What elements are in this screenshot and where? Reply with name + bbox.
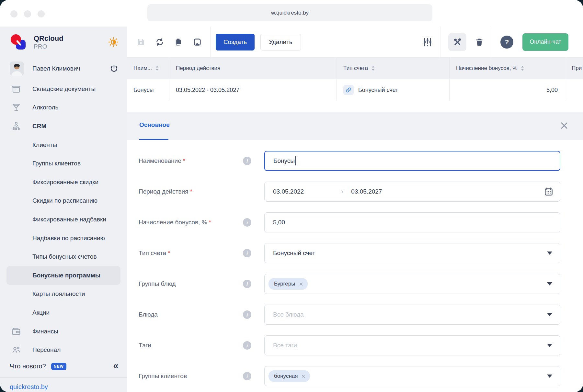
copy-icon[interactable]	[174, 38, 183, 47]
sidebar-item-fixed-discounts[interactable]: Фиксированные скидки	[0, 173, 127, 192]
brightness-icon[interactable]	[108, 37, 119, 47]
dishes-select[interactable]: Все блюда	[264, 305, 560, 325]
browser-chrome: w.quickresto.by	[0, 0, 583, 27]
chip-client-group: бонусная	[269, 370, 310, 382]
window-minimize-button[interactable]	[24, 10, 31, 17]
user-row[interactable]: Павел Климович	[0, 58, 127, 80]
column-header-period[interactable]: Период действия	[169, 58, 337, 79]
sidebar-item-client-groups[interactable]: Группы клиентов	[0, 154, 127, 173]
text-cursor	[295, 156, 296, 165]
refresh-icon[interactable]	[155, 38, 164, 47]
client-groups-select[interactable]: бонусная	[264, 366, 560, 386]
sidebar-item-fixed-surcharges[interactable]: Фиксированные надбавки	[0, 210, 127, 229]
sidebar-item-promos[interactable]: Акции	[0, 303, 127, 322]
save-icon[interactable]	[136, 38, 145, 47]
sidebar-item-crm[interactable]: CRM	[0, 117, 127, 136]
calendar-icon[interactable]	[544, 187, 554, 196]
period-range-input[interactable]: 03.05.2022 › 03.05.2027	[264, 182, 560, 202]
remove-chip-icon[interactable]	[299, 282, 303, 286]
form-row-client-groups: Группы клиентов i бонусная	[127, 366, 583, 386]
logo-subtitle: PRO	[34, 43, 63, 50]
collapse-sidebar-icon[interactable]: «	[113, 361, 119, 370]
logout-power-icon[interactable]	[109, 64, 119, 73]
period-start-value[interactable]: 03.05.2022	[273, 188, 341, 195]
address-bar[interactable]: w.quickresto.by	[147, 4, 432, 21]
online-chat-button[interactable]: Онлайн-чат	[522, 33, 568, 51]
delete-button[interactable]: Удалить	[260, 34, 301, 50]
info-icon[interactable]: i	[243, 341, 251, 350]
sidebar-item-label: Персонал	[32, 346, 61, 353]
required-mark: *	[190, 188, 192, 195]
help-button[interactable]: ?	[500, 36, 513, 49]
info-icon[interactable]: i	[243, 157, 251, 165]
name-input[interactable]: Бонусы	[264, 151, 560, 171]
sidebar-item-warehouse-docs[interactable]: Складские документы	[0, 80, 127, 98]
sidebar-item-alcohol[interactable]: Алкоголь	[0, 98, 127, 117]
cell-truncated	[565, 79, 583, 101]
tags-select[interactable]: Все тэги	[264, 335, 560, 355]
required-mark: *	[183, 157, 185, 164]
whats-new-link[interactable]: Что нового? NEW «	[0, 359, 127, 374]
range-separator-icon: ›	[341, 187, 343, 196]
sidebar-item-loyalty-cards[interactable]: Карты лояльности	[0, 285, 127, 304]
logo-row: QRcloud PRO	[0, 27, 127, 58]
tools-button-active[interactable]	[448, 33, 466, 51]
finance-icon	[11, 326, 21, 337]
sort-icon[interactable]	[155, 65, 159, 71]
account-type-select[interactable]: Бонусный счет	[264, 243, 560, 263]
sidebar-item-bonus-account-types[interactable]: Типы бонусных счетов	[0, 247, 127, 266]
filter-sliders-icon[interactable]	[423, 37, 432, 47]
sidebar-item-label: Бонусные программы	[32, 272, 100, 279]
sidebar-item-finance[interactable]: Финансы	[0, 322, 127, 341]
sort-icon[interactable]	[371, 65, 375, 71]
field-label: Группы клиентов	[127, 373, 231, 380]
sidebar-item-label: Складские документы	[32, 85, 96, 93]
warehouse-icon	[11, 84, 21, 94]
crm-icon	[11, 121, 21, 131]
sidebar-item-staff[interactable]: Персонал	[0, 341, 127, 359]
window-zoom-button[interactable]	[38, 10, 45, 17]
info-icon[interactable]: i	[243, 372, 251, 380]
form-row-dishes: Блюда i Все блюда	[127, 305, 583, 325]
chip-dish-group: Бургеры	[269, 278, 308, 290]
table-row[interactable]: Бонусы 03.05.2022 - 03.05.2027 Бонусный …	[127, 79, 583, 101]
pocket-tray-icon[interactable]	[193, 38, 202, 47]
sidebar-item-scheduled-surcharges[interactable]: Надбавки по расписанию	[0, 229, 127, 248]
new-badge: NEW	[51, 363, 66, 370]
form-row-period: Период действия* 03.05.2022 › 03.05.2027	[127, 182, 583, 202]
info-icon[interactable]: i	[243, 310, 251, 319]
site-link[interactable]: quickresto.by	[0, 378, 127, 392]
dish-groups-select[interactable]: Бургеры	[264, 274, 560, 294]
window-close-button[interactable]	[10, 10, 17, 17]
chevron-down-icon	[547, 375, 552, 378]
bonus-percent-input[interactable]: 5,00	[264, 212, 560, 232]
info-icon[interactable]: i	[243, 218, 251, 227]
logo-text: QRcloud PRO	[34, 34, 63, 50]
window-controls	[10, 10, 45, 17]
sidebar-item-scheduled-discounts[interactable]: Скидки по расписанию	[0, 192, 127, 210]
info-icon[interactable]: i	[243, 249, 251, 257]
trash-icon[interactable]	[475, 38, 484, 47]
remove-chip-icon[interactable]	[301, 374, 305, 378]
sidebar-item-clients[interactable]: Клиенты	[0, 136, 127, 154]
form-panel: Наименование* i Бонусы Период действия* …	[127, 140, 583, 392]
sidebar-item-label: CRM	[32, 123, 46, 130]
avatar	[10, 62, 24, 76]
sidebar-item-label: Клиенты	[32, 141, 57, 149]
column-header-bonus-percent[interactable]: Начисление бонусов, %	[450, 58, 565, 79]
sort-icon[interactable]	[520, 65, 524, 71]
sidebar-item-bonus-programs[interactable]: Бонусные программы	[6, 266, 120, 285]
info-icon[interactable]: i	[243, 280, 251, 288]
toolbar-divider	[440, 27, 440, 58]
column-header-name[interactable]: Наим...	[127, 58, 169, 79]
tab-main[interactable]: Основное	[139, 121, 170, 129]
close-panel-icon[interactable]	[560, 121, 569, 130]
sidebar-item-label: Скидки по расписанию	[32, 197, 97, 204]
placeholder-text: Все тэги	[273, 342, 297, 349]
sidebar-item-label: Группы клиентов	[32, 160, 81, 167]
create-button[interactable]: Создать	[216, 34, 255, 50]
column-header-account-type[interactable]: Тип счета	[337, 58, 450, 79]
link-icon[interactable]	[343, 85, 354, 95]
period-end-value[interactable]: 03.05.2027	[351, 188, 382, 195]
column-header-truncated[interactable]: При	[565, 58, 583, 79]
